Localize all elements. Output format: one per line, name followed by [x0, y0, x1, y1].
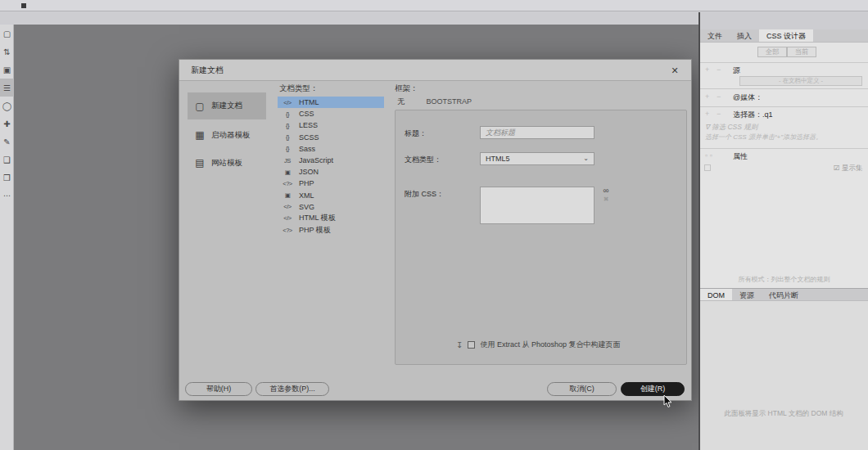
framework-label: 框架： [395, 83, 418, 94]
add-media-icon[interactable]: + [705, 92, 709, 101]
attach-link-icon[interactable]: ∞ [600, 186, 612, 195]
add-selector-icon[interactable]: + [705, 110, 709, 118]
document-type-list: </>HTML {}CSS {}LESS {}SCSS {}Sass JSJav… [278, 97, 384, 236]
doctype-select[interactable]: HTML5 ⌄ [480, 152, 594, 165]
format-menu-icon[interactable]: ☰ [0, 79, 14, 97]
position-icon[interactable]: ✚ [0, 115, 14, 133]
all-mode-hint: 所有模式：列出整个文档的规则 [700, 275, 868, 284]
file-transfer-icon[interactable]: ⇅ [0, 43, 14, 61]
extract-checkbox[interactable] [468, 341, 475, 349]
braces-icon: {} [281, 110, 294, 118]
doc-type-less[interactable]: {}LESS [278, 119, 384, 131]
doc-type-css[interactable]: {}CSS [278, 108, 384, 119]
doctype-label: 文档类型： [405, 155, 441, 165]
extract-row: ↧ 使用 Extract 从 Photoshop 复合中构建页面 [456, 340, 620, 350]
tab-insert[interactable]: 插入 [730, 29, 759, 42]
sidebar-item-label: 网站模板 [211, 158, 242, 169]
doc-type-xml[interactable]: ▣XML [278, 190, 384, 201]
live-view-icon[interactable]: ▣ [0, 61, 14, 79]
tab-files[interactable]: 文件 [700, 29, 730, 42]
xml-icon: ▣ [281, 191, 294, 199]
show-set-label: 显示集 [842, 164, 863, 172]
cancel-button[interactable]: 取消(C) [547, 382, 617, 396]
remove-media-icon[interactable]: − [717, 92, 721, 101]
doc-type-html-template[interactable]: </>HTML 模板 [278, 213, 384, 224]
doc-type-javascript[interactable]: JSJavaScript [278, 155, 384, 166]
dialog-title-bar[interactable]: 新建文档 ✕ [179, 60, 691, 81]
file-icon[interactable]: ▢ [0, 25, 14, 43]
starter-templates-icon: ▦ [194, 129, 206, 141]
left-toolbar: ▢ ⇅ ▣ ☰ ◯ ✚ ✎ ❑ ❒ ⋯ [0, 25, 14, 450]
tab-assets[interactable]: 资源 [732, 289, 762, 300]
media-header: @媒体： [733, 92, 762, 103]
json-icon: ▣ [281, 169, 294, 176]
bottom-panel-tab-bar: DOM 资源 代码片断 [700, 288, 868, 301]
javascript-icon: JS [281, 157, 294, 164]
framework-panel: 标题： 文档类型： HTML5 ⌄ 附加 CSS： ∞ ✖ ↧ 使用 Extra… [395, 110, 687, 365]
checked-checkbox-icon: ☑ [834, 164, 840, 172]
more-icon[interactable]: ⋯ [0, 187, 14, 205]
code-icon: </> [281, 203, 294, 210]
doc-type-php-template[interactable]: <?>PHP 模板 [278, 224, 384, 236]
sources-list-item[interactable]: - 在文档中定义 - [739, 76, 862, 86]
remove-source-icon[interactable]: − [717, 65, 721, 74]
current-button[interactable]: 当前 [787, 47, 816, 57]
doc-type-php[interactable]: <?>PHP [278, 178, 384, 189]
document-type-label: 文档类型： [279, 83, 319, 94]
title-input[interactable] [480, 126, 594, 139]
selectors-section: + − 选择器：.q1 [700, 110, 868, 121]
doc-type-svg[interactable]: </>SVG [278, 201, 384, 213]
dom-panel-body: 此面板将显示 HTML 文档的 DOM 结构 [700, 301, 868, 450]
doc-type-html[interactable]: </>HTML [278, 97, 384, 108]
dom-hint: 此面板将显示 HTML 文档的 DOM 结构 [722, 409, 845, 418]
scope-toggle: 全部 当前 [757, 47, 816, 57]
dialog-title: 新建文档 [191, 65, 224, 74]
properties-section: ▫ ▫ 属性 [700, 151, 868, 163]
pen-icon[interactable]: ✎ [0, 133, 14, 151]
comment-icon[interactable]: ❑ [0, 151, 14, 169]
extract-label: 使用 Extract 从 Photoshop 复合中构建页面 [480, 340, 620, 350]
sidebar-item-starter-templates[interactable]: ▦ 启动器模板 [188, 123, 266, 147]
site-templates-icon: ▤ [194, 157, 206, 169]
php-icon: <?> [281, 180, 294, 187]
selectors-header: 选择器：.q1 [733, 110, 773, 120]
tab-css-designer[interactable]: CSS 设计器 [759, 29, 813, 42]
doc-type-sass[interactable]: {}Sass [278, 143, 384, 155]
braces-icon: {} [281, 145, 294, 152]
close-icon[interactable]: ✕ [667, 60, 683, 81]
add-source-icon[interactable]: + [705, 65, 709, 74]
show-set-toggle[interactable]: ☑ 显示集 [834, 164, 863, 173]
attach-css-list[interactable] [480, 187, 594, 224]
preferences-button[interactable]: 首选参数(P)... [255, 382, 329, 396]
extract-icon: ↧ [456, 340, 463, 349]
comment-off-icon[interactable]: ❒ [0, 169, 14, 187]
tab-snippets[interactable]: 代码片断 [762, 289, 806, 300]
tab-framework-bootstrap[interactable]: BOOTSTRAP [427, 97, 472, 108]
sidebar-item-new-document[interactable]: ▢ 新建文档 [188, 92, 266, 119]
oval-shape-icon[interactable]: ◯ [0, 97, 14, 115]
sources-section: + − 源 [700, 65, 868, 77]
all-button[interactable]: 全部 [757, 47, 787, 57]
php-icon: <?> [281, 227, 294, 234]
doc-type-json[interactable]: ▣JSON [278, 166, 384, 178]
create-button[interactable]: 创建(R) [621, 382, 685, 396]
selectors-hint: 选择一个 CSS 源并单击“+”添加选择器。 [705, 133, 862, 142]
title-label: 标题： [405, 128, 427, 139]
remove-css-icon[interactable]: ✖ [600, 195, 612, 204]
remove-selector-icon[interactable]: − [717, 110, 721, 118]
filter-placeholder: 筛选 CSS 规则 [712, 123, 757, 131]
doc-type-scss[interactable]: {}SCSS [278, 132, 384, 143]
panel-tab-bar: 文件 插入 CSS 设计器 [700, 29, 868, 43]
filter-funnel-icon: ∇ [705, 123, 710, 131]
new-document-icon: ▢ [194, 101, 206, 112]
mouse-cursor [663, 395, 673, 410]
sidebar-item-label: 新建文档 [211, 101, 242, 111]
chevron-down-icon: ⌄ [583, 153, 589, 164]
selector-filter[interactable]: ∇ 筛选 CSS 规则 [705, 123, 757, 133]
dialog-sidebar: ▢ 新建文档 ▦ 启动器模板 ▤ 网站模板 [188, 92, 266, 178]
sidebar-item-label: 启动器模板 [211, 130, 251, 141]
sidebar-item-site-templates[interactable]: ▤ 网站模板 [188, 151, 266, 175]
help-button[interactable]: 帮助(H) [185, 382, 252, 396]
tab-dom[interactable]: DOM [700, 289, 732, 300]
property-checkbox[interactable] [704, 164, 711, 171]
